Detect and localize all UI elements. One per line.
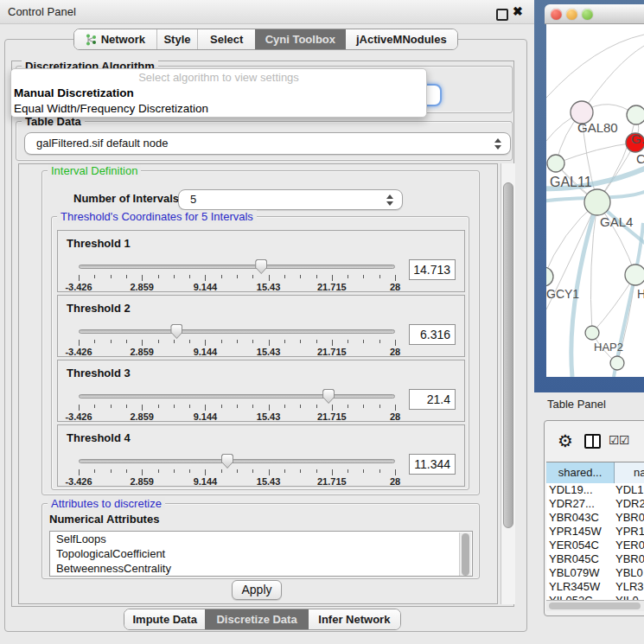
- table-row[interactable]: YIL052CYIL0: [546, 594, 644, 600]
- slider-track[interactable]: [79, 329, 395, 334]
- column-header-name[interactable]: na: [615, 462, 644, 484]
- tab-label: Style: [163, 33, 190, 46]
- float-window-icon[interactable]: [496, 9, 508, 21]
- network-node-gcy1[interactable]: [546, 267, 553, 286]
- tick-mark: [126, 275, 127, 278]
- close-icon[interactable]: ✖: [513, 4, 523, 18]
- number-of-intervals-combobox[interactable]: 5: [178, 189, 403, 210]
- slider-track[interactable]: [79, 265, 395, 269]
- tick-mark: [284, 340, 285, 343]
- tab-jactivemnodules[interactable]: jActiveMNodules: [346, 29, 457, 49]
- tab-style[interactable]: Style: [156, 29, 198, 49]
- network-canvas[interactable]: GAL80G.CGAL11GAL4GCY1HHAP2: [546, 24, 644, 377]
- algorithm-dropdown-popup: Select algorithm to view settings Manual…: [10, 68, 427, 118]
- scrollbar-thumb[interactable]: [462, 533, 469, 576]
- select-checkbox-icon[interactable]: ☑: [619, 433, 630, 447]
- tick-label: -3.426: [53, 476, 105, 487]
- close-traffic-light-icon[interactable]: [551, 9, 562, 20]
- attribute-item-selfloops[interactable]: SelfLoops: [50, 532, 472, 546]
- network-node[interactable]: [610, 356, 624, 370]
- tick-mark: [126, 469, 127, 473]
- tab-label: Impute Data: [133, 613, 197, 626]
- minimize-traffic-light-icon[interactable]: [566, 9, 577, 20]
- tick-mark: [205, 469, 206, 475]
- number-of-intervals-value: 5: [190, 190, 196, 209]
- tick-mark: [111, 275, 112, 278]
- cell-shared-name: YDR27...: [546, 497, 614, 511]
- tick-label: -3.426: [53, 411, 105, 422]
- slider-handle[interactable]: [322, 389, 335, 404]
- attributes-list-scrollbar[interactable]: [459, 532, 471, 577]
- table-horizontal-scrollbar[interactable]: [546, 600, 644, 611]
- attribute-item-topologicalcoefficient[interactable]: TopologicalCoefficient: [50, 546, 472, 561]
- table-data-combobox[interactable]: galFiltered.sif default node: [24, 132, 511, 155]
- tick-mark: [94, 405, 95, 408]
- tab-select[interactable]: Select: [197, 29, 255, 49]
- network-node-gal4[interactable]: [584, 189, 610, 215]
- slider-track[interactable]: [79, 394, 395, 399]
- tick-label: 28: [369, 411, 421, 422]
- tab-cyni-toolbox[interactable]: Cyni Toolbox: [255, 29, 346, 49]
- algorithm-option-equal-width[interactable]: Equal Width/Frequency Discretization: [11, 101, 426, 117]
- tick-mark: [332, 340, 333, 346]
- table-row[interactable]: YER054CYER0: [546, 539, 644, 552]
- table-row[interactable]: YPR145WYPR1: [546, 525, 644, 539]
- network-window-titlebar[interactable]: [545, 4, 644, 24]
- scrollbar-thumb[interactable]: [503, 182, 513, 528]
- threshold-value-field[interactable]: 6.316: [409, 324, 456, 345]
- slider-handle[interactable]: [255, 259, 267, 274]
- cell-name: YDL1: [614, 483, 644, 497]
- table-row[interactable]: YBL079WYBL0: [546, 566, 644, 580]
- slider-handle[interactable]: [221, 454, 233, 469]
- column-header-shared-name[interactable]: shared...: [546, 462, 615, 484]
- slider-handle[interactable]: [170, 324, 182, 339]
- tick-mark: [205, 340, 206, 346]
- gear-icon[interactable]: ⚙: [558, 430, 573, 451]
- network-node-h[interactable]: [625, 265, 644, 285]
- tick-mark: [237, 469, 238, 473]
- table-row[interactable]: YDR27...YDR2: [546, 497, 644, 511]
- attributes-list[interactable]: SelfLoopsTopologicalCoefficientBetweenne…: [49, 531, 473, 577]
- algorithm-option-manual[interactable]: Manual Discretization: [11, 86, 426, 101]
- table-row[interactable]: YDL19...YDL1: [546, 483, 644, 497]
- columns-icon[interactable]: [584, 434, 601, 449]
- threshold-value-field[interactable]: 11.344: [409, 454, 456, 475]
- threshold-value-field[interactable]: 21.4: [409, 389, 456, 410]
- tick-mark: [237, 275, 238, 278]
- cell-shared-name: YBL079W: [546, 566, 614, 580]
- threshold-panel-4: Threshold 4-3.4262.8599.14415.4321.71528…: [57, 424, 465, 487]
- numerical-attributes-label: Numerical Attributes: [49, 513, 159, 526]
- algorithm-hint: Select algorithm to view settings: [11, 69, 426, 86]
- tick-label: 2.859: [116, 282, 168, 292]
- threshold-label: Threshold 1: [67, 237, 131, 250]
- tab-infer-network[interactable]: Infer Network: [309, 609, 400, 629]
- scrollbar-thumb[interactable]: [549, 603, 641, 609]
- tab-impute-data[interactable]: Impute Data: [124, 609, 205, 629]
- settings-vertical-scrollbar[interactable]: [501, 163, 515, 604]
- threshold-value-field[interactable]: 14.713: [409, 259, 456, 280]
- table-row[interactable]: YBR045CYBR0: [546, 552, 644, 566]
- tick-mark: [348, 469, 348, 473]
- table-data-group: Table Data galFiltered.sif default node: [16, 121, 513, 161]
- table-header-row: shared... na: [546, 462, 644, 485]
- tick-label: 9.144: [179, 347, 231, 357]
- network-node-gal11[interactable]: [547, 155, 564, 172]
- tick-mark: [363, 275, 364, 278]
- tab-network[interactable]: Network: [74, 29, 156, 49]
- tick-mark: [111, 340, 112, 343]
- slider-track[interactable]: [79, 459, 395, 463]
- network-node-hap2[interactable]: [585, 326, 599, 340]
- cell-shared-name: YBR043C: [546, 511, 614, 525]
- zoom-traffic-light-icon[interactable]: [582, 9, 593, 20]
- table-row[interactable]: YLR345WYLR3: [546, 580, 644, 594]
- cell-name: YER0: [614, 539, 644, 552]
- tick-mark: [94, 275, 95, 278]
- tick-mark: [94, 469, 95, 473]
- apply-button[interactable]: Apply: [232, 580, 282, 600]
- tab-discretize-data[interactable]: Discretize Data: [205, 609, 308, 629]
- select-checkbox-icon[interactable]: ☑: [609, 433, 620, 447]
- network-node-g-[interactable]: [627, 105, 644, 124]
- table-row[interactable]: YBR043CYBR0: [546, 511, 644, 525]
- attribute-item-betweennesscentrality[interactable]: BetweennessCentrality: [50, 561, 472, 576]
- threshold-panel-3: Threshold 3-3.4262.8599.14415.4321.71528…: [57, 360, 465, 422]
